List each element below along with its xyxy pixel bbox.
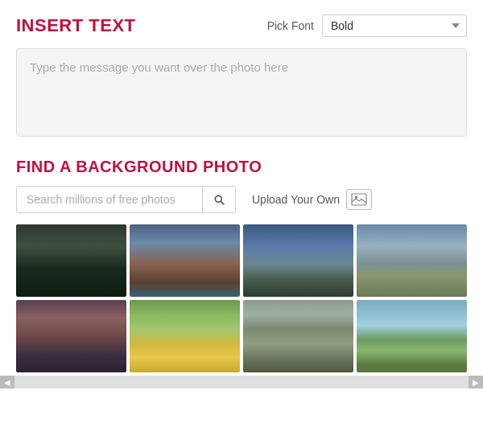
list-item[interactable]	[130, 224, 240, 297]
find-bg-section: FIND A BACKGROUND PHOTO Upload Your Own	[16, 158, 467, 372]
scroll-left-arrow[interactable]: ◀	[0, 376, 14, 388]
list-item[interactable]	[243, 300, 353, 372]
message-textarea[interactable]	[16, 48, 467, 137]
search-input[interactable]	[17, 187, 202, 212]
list-item[interactable]	[16, 300, 126, 372]
main-container: INSERT TEXT Pick Font BoldRegularItalicL…	[0, 0, 483, 372]
scroll-track[interactable]	[14, 376, 469, 388]
header-row: INSERT TEXT Pick Font BoldRegularItalicL…	[16, 14, 467, 37]
scrollbar: ◀ ▶	[0, 376, 483, 388]
list-item[interactable]	[357, 300, 467, 372]
list-item[interactable]	[130, 300, 240, 372]
upload-icon	[346, 189, 372, 210]
upload-button[interactable]: Upload Your Own	[252, 189, 372, 210]
svg-rect-0	[352, 194, 366, 205]
search-button[interactable]	[202, 187, 235, 212]
find-bg-label: FIND A BACKGROUND PHOTO	[16, 158, 467, 176]
search-row: Upload Your Own	[16, 186, 467, 213]
insert-text-label: INSERT TEXT	[16, 15, 136, 36]
search-icon	[213, 193, 225, 206]
list-item[interactable]	[357, 224, 467, 297]
search-input-wrapper	[16, 186, 236, 213]
pick-font-label: Pick Font	[267, 19, 314, 32]
list-item[interactable]	[243, 224, 353, 297]
upload-label: Upload Your Own	[252, 193, 340, 206]
scroll-right-arrow[interactable]: ▶	[469, 376, 483, 388]
font-select[interactable]: BoldRegularItalicLight	[322, 14, 467, 37]
list-item[interactable]	[16, 224, 126, 297]
photo-grid	[16, 224, 467, 372]
